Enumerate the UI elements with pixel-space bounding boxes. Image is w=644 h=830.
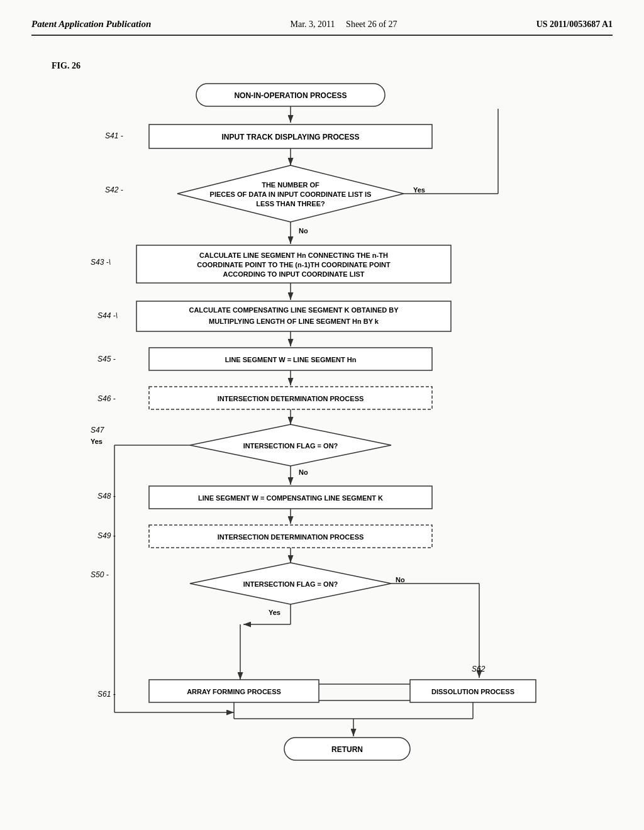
s50-label: S50 -: [91, 570, 109, 579]
page-header: Patent Application Publication Mar. 3, 2…: [31, 19, 613, 36]
s43-label: S43 -\: [91, 258, 111, 267]
s46-label: S46 -: [97, 394, 116, 403]
s44-label: S44 -\: [97, 311, 118, 320]
s62-label: S62: [472, 665, 486, 673]
s44-text-l1: CALCULATE COMPENSATING LINE SEGMENT K OB…: [189, 306, 399, 314]
s41-text: INPUT TRACK DISPLAYING PROCESS: [222, 133, 360, 141]
s61-label: S61 -: [97, 690, 116, 699]
s42-text-line3: LESS THAN THREE?: [256, 200, 325, 208]
s44-text-l2: MULTIPLYING LENGTH OF LINE SEGMENT Hn BY…: [209, 318, 379, 325]
header-date: Mar. 3, 2011: [291, 19, 335, 29]
s45-text: LINE SEGMENT W = LINE SEGMENT Hn: [225, 356, 357, 363]
s46-text: INTERSECTION DETERMINATION PROCESS: [218, 395, 364, 402]
return-text: RETURN: [331, 745, 363, 754]
s48-label: S48 -: [97, 492, 116, 501]
s42-text-line2: PIECES OF DATA IN INPUT COORDINATE LIST …: [210, 191, 372, 198]
s45-label: S45 -: [97, 355, 116, 363]
s42-text-line1: THE NUMBER OF: [262, 181, 319, 189]
s50-no-label: No: [396, 576, 405, 584]
s61-text: ARRAY FORMING PROCESS: [187, 688, 281, 695]
flowchart-svg: NON-IN-OPERATION PROCESS S41 - INPUT TRA…: [52, 77, 567, 769]
s50-yes-label: Yes: [269, 609, 280, 616]
s47-no-label: No: [299, 468, 308, 476]
s62-text: DISSOLUTION PROCESS: [431, 688, 514, 695]
s43-text-l1: CALCULATE LINE SEGMENT Hn CONNECTING THE…: [199, 252, 388, 259]
page: Patent Application Publication Mar. 3, 2…: [0, 0, 644, 830]
s47-yes-label: Yes: [91, 438, 103, 445]
header-publication-label: Patent Application Publication: [31, 19, 151, 30]
s48-text: LINE SEGMENT W = COMPENSATING LINE SEGME…: [198, 494, 383, 502]
header-patent-number: US 2011/0053687 A1: [536, 19, 613, 30]
s50-text: INTERSECTION FLAG = ON?: [243, 580, 338, 588]
header-sheet: Sheet 26 of 27: [346, 19, 397, 29]
s49-text: INTERSECTION DETERMINATION PROCESS: [218, 533, 364, 541]
s41-label: S41 -: [105, 131, 123, 140]
s42-label: S42 -: [105, 185, 123, 194]
fig-label: FIG. 26: [52, 61, 592, 71]
s43-text-l3: ACCORDING TO INPUT COORDINATE LIST: [223, 270, 364, 278]
s42-yes-label: Yes: [413, 186, 425, 194]
header-date-sheet: Mar. 3, 2011 Sheet 26 of 27: [291, 19, 397, 30]
s43-text-l2: COORDINATE POINT TO THE (n-1)TH COORDINA…: [197, 261, 391, 268]
start-node-text: NON-IN-OPERATION PROCESS: [234, 91, 347, 100]
s49-label: S49 -: [97, 531, 116, 540]
s42-no-label: No: [299, 227, 308, 235]
diagram-area: FIG. 26 NON-IN-OPERATION PROCESS S41 - I…: [52, 61, 592, 769]
s47-text: INTERSECTION FLAG = ON?: [243, 442, 338, 450]
s47-label: S47: [91, 426, 105, 434]
